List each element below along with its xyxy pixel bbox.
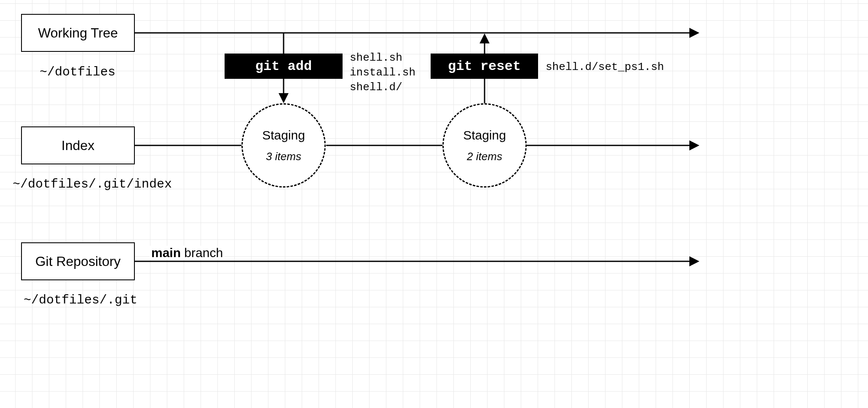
branch-suffix: branch — [181, 246, 223, 260]
repo-path: ~/dotfiles/.git — [24, 293, 137, 307]
staging-b-count: 2 items — [467, 150, 502, 163]
working-tree-label: Working Tree — [38, 25, 118, 41]
working-tree-path: ~/dotfiles — [40, 65, 115, 79]
staging-b-title: Staging — [463, 128, 506, 142]
git-reset-files: shell.d/set_ps1.sh — [546, 60, 664, 75]
git-reset-label: git reset — [448, 59, 521, 74]
git-reset-command: git reset — [431, 54, 538, 79]
index-path: ~/dotfiles/.git/index — [13, 177, 172, 191]
git-add-files: shell.sh install.sh shell.d/ — [350, 51, 415, 95]
repo-box: Git Repository — [21, 242, 135, 280]
git-add-command: git add — [225, 54, 343, 79]
working-tree-box: Working Tree — [21, 14, 135, 52]
staging-a-count: 3 items — [266, 150, 301, 163]
branch-label: main branch — [150, 246, 225, 260]
staging-b: Staging 2 items — [442, 103, 527, 188]
staging-a-title: Staging — [262, 128, 305, 142]
index-box: Index — [21, 126, 135, 164]
repo-label: Git Repository — [35, 253, 121, 269]
staging-a: Staging 3 items — [241, 103, 326, 188]
index-label: Index — [62, 137, 94, 153]
branch-name: main — [151, 246, 181, 260]
git-add-label: git add — [255, 59, 312, 74]
